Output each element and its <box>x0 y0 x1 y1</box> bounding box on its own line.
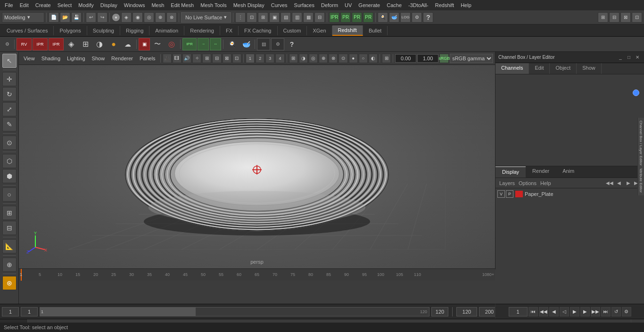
menu-redshift[interactable]: Redshift <box>432 1 457 9</box>
sculpt-btn[interactable]: ○ <box>2 187 17 202</box>
snap-btn3[interactable]: ⊞ <box>258 12 268 23</box>
viewport-canvas[interactable]: Z X Y persp <box>19 65 495 268</box>
vp-menu-renderer[interactable]: Renderer <box>108 55 136 62</box>
menu-edit[interactable]: Edit <box>17 1 32 9</box>
timeline[interactable]: 1 5 10 15 20 25 30 35 40 45 50 55 60 65 … <box>19 268 495 281</box>
tab-rendering[interactable]: Rendering <box>184 26 220 35</box>
vp-menu-view[interactable]: View <box>21 55 38 62</box>
rs-btn3[interactable]: PR <box>352 12 362 23</box>
range-end-input[interactable] <box>456 307 477 316</box>
measure-btn[interactable]: 📐 <box>2 239 17 253</box>
vp-menu-shading[interactable]: Shading <box>39 55 63 62</box>
vp-colorspace-btn[interactable]: sRGB <box>439 54 449 63</box>
layers-menu-layers[interactable]: Layers <box>497 180 517 186</box>
tab-bullet[interactable]: Bullet <box>363 26 388 35</box>
shelf-rs-bowl[interactable]: 🍳 <box>225 38 239 50</box>
redo-btn[interactable]: ↪ <box>97 12 107 23</box>
tab-curves-surfaces[interactable]: Curves / Surfaces <box>1 26 54 35</box>
pb-play-back-btn[interactable]: ◁ <box>560 307 569 316</box>
vp-quality2-btn[interactable]: 2 <box>256 54 264 63</box>
pb-next-frame-btn[interactable]: ▶ <box>580 307 590 316</box>
shelf-ipr[interactable]: IPR <box>33 38 48 50</box>
tab-polygons[interactable]: Polygons <box>54 26 87 35</box>
attribute-editor-tab[interactable]: Attribute Editor <box>637 165 644 195</box>
vp-menu-panels[interactable]: Panels <box>137 55 158 62</box>
rs-light-btn[interactable]: 🍳 <box>378 12 388 23</box>
menu-3dtoall[interactable]: -3DtoAll- <box>405 1 431 9</box>
cb-min-btn[interactable]: _ <box>617 54 624 61</box>
vp-menu-show[interactable]: Show <box>89 55 108 62</box>
frame-slider[interactable]: 120 <box>40 307 429 316</box>
vp-wireframe-btn[interactable]: ⊞ <box>202 54 211 63</box>
vp-extra-btn2[interactable]: ⊙ <box>339 54 347 63</box>
ch-tab-channels[interactable]: Channels <box>495 63 529 74</box>
menu-curves[interactable]: Curves <box>268 1 290 9</box>
pb-settings-btn[interactable]: ⚙ <box>622 307 631 316</box>
render-region-btn[interactable]: ⊟ <box>314 12 325 23</box>
menu-mesh-display[interactable]: Mesh Display <box>231 1 267 9</box>
layout-btn4[interactable]: ⊡ <box>632 12 642 23</box>
move-tool-btn[interactable]: ✛ <box>2 72 17 86</box>
menu-help[interactable]: Help <box>458 1 474 9</box>
layout-btn3[interactable]: ⊠ <box>620 12 631 23</box>
tab-custom[interactable]: Custom <box>278 26 307 35</box>
tab-fx-caching[interactable]: FX Caching <box>239 26 277 35</box>
save-file-btn[interactable]: 💾 <box>71 12 82 23</box>
frame-end-input[interactable] <box>431 307 448 316</box>
shelf-console1[interactable]: ▤ <box>257 38 270 50</box>
shelf-ipr-btn1[interactable]: IPR <box>182 38 197 50</box>
vp-grid-btn[interactable]: ⊞ <box>289 54 298 63</box>
frame-slider-input[interactable] <box>41 308 50 316</box>
tab-rigging[interactable]: Rigging <box>120 26 149 35</box>
vp-sound-btn[interactable]: 🔊 <box>182 54 191 63</box>
snap-btn1[interactable]: ⋮ <box>235 12 246 23</box>
shelf-icon-gear[interactable]: ⚙ <box>2 39 12 49</box>
vp-quality3-btn[interactable]: 3 <box>265 54 274 63</box>
layer-color-swatch[interactable] <box>515 191 523 197</box>
tab-animation[interactable]: Animation <box>149 26 184 35</box>
vp-value2-input[interactable] <box>417 54 438 63</box>
menu-generate[interactable]: Generate <box>355 1 383 9</box>
disp-tab-display[interactable]: Display <box>495 166 526 178</box>
disp-tab-anim[interactable]: Anim <box>556 166 581 178</box>
vp-gamma-select[interactable]: sRGB gamma <box>450 54 493 63</box>
pb-play-fwd-btn[interactable]: ▶ <box>570 307 579 316</box>
menu-create[interactable]: Create <box>33 1 54 9</box>
menu-modify[interactable]: Modify <box>75 1 96 9</box>
shelf-ipr-btn2[interactable]: → <box>198 38 209 50</box>
scale-tool-btn[interactable]: ⤢ <box>2 102 17 116</box>
shelf-ring[interactable]: ◎ <box>165 38 178 50</box>
vp-quality4-btn[interactable]: 4 <box>275 54 284 63</box>
sel-mode2-btn[interactable]: ◉ <box>132 12 143 23</box>
vp-extra-btn5[interactable]: ◐ <box>369 54 378 63</box>
menu-mesh[interactable]: Mesh <box>149 1 167 9</box>
soft-select-btn[interactable]: ⊙ <box>2 136 17 150</box>
menu-cache[interactable]: Cache <box>384 1 405 9</box>
shelf-ipr-btn3[interactable]: ↔ <box>210 38 221 50</box>
pb-loop-btn[interactable]: ↺ <box>611 307 621 316</box>
layout-btn2[interactable]: ⊟ <box>609 12 619 23</box>
vp-extra-btn3[interactable]: ● <box>349 54 358 63</box>
select-tool-btn[interactable]: ↖ <box>2 54 17 68</box>
ch-tab-edit[interactable]: Edit <box>529 63 550 74</box>
show-manipulator-btn[interactable]: ⊛ <box>2 276 17 290</box>
shelf-box-red[interactable]: ▣ <box>139 38 150 50</box>
menu-mesh-tools[interactable]: Mesh Tools <box>198 1 229 9</box>
vp-value1-input[interactable] <box>395 54 416 63</box>
render-btn2[interactable]: ▤ <box>281 12 291 23</box>
cb-max-btn[interactable]: □ <box>625 54 633 61</box>
shelf-sphere[interactable]: ● <box>107 38 120 50</box>
ch-tab-object[interactable]: Object <box>550 63 577 74</box>
shelf-cube1[interactable]: ⊞ <box>79 38 92 50</box>
sel-mode5-btn[interactable]: ⊗ <box>166 12 177 23</box>
pb-frame-input[interactable] <box>509 307 528 316</box>
pb-step-fwd-btn[interactable]: ▶▶ <box>591 307 600 316</box>
rotate-tool-btn[interactable]: ↻ <box>2 87 17 101</box>
rs-mat-btn[interactable]: 🥣 <box>389 12 399 23</box>
shelf-help[interactable]: ? <box>285 38 298 50</box>
tab-fx[interactable]: FX <box>220 26 239 35</box>
rs-extra-btn[interactable]: ⚙ <box>412 12 422 23</box>
tab-sculpting[interactable]: Sculpting <box>87 26 120 35</box>
shelf-cloud[interactable]: ☁ <box>121 38 134 50</box>
menu-surfaces[interactable]: Surfaces <box>291 1 317 9</box>
